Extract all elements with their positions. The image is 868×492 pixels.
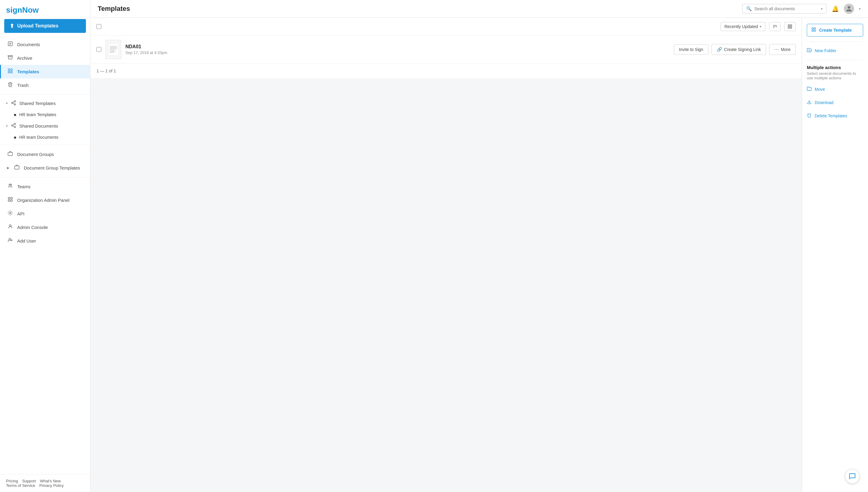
select-all-checkbox[interactable] — [97, 24, 101, 29]
svg-rect-4 — [8, 55, 12, 56]
svg-rect-27 — [11, 200, 12, 201]
sidebar-item-document-group-templates[interactable]: ▶ Document Group Templates — [0, 161, 90, 175]
sidebar-item-teams[interactable]: Teams — [0, 180, 90, 193]
view-toggle-button[interactable] — [784, 22, 796, 31]
move-button[interactable]: Move — [807, 85, 863, 94]
svg-point-10 — [14, 101, 16, 102]
hr-team-templates-label: HR team Templates — [19, 112, 56, 117]
search-icon: 🔍 — [746, 6, 752, 11]
org-admin-icon — [7, 197, 14, 204]
sidebar: signNow ⬆ Upload Templates Documents Arc… — [0, 0, 91, 492]
search-input[interactable] — [754, 6, 819, 11]
new-folder-icon — [807, 48, 812, 54]
pricing-link[interactable]: Pricing — [6, 479, 18, 483]
sidebar-item-archive[interactable]: Archive — [0, 51, 90, 65]
svg-rect-8 — [8, 72, 10, 73]
link-icon: 🔗 — [717, 47, 722, 52]
list-toolbar: Recently Updated ▾ — [91, 18, 802, 35]
sidebar-item-api[interactable]: API — [0, 207, 90, 221]
create-template-button[interactable]: Create Template — [807, 24, 863, 36]
notification-bell-icon[interactable]: 🔔 — [832, 5, 839, 13]
sort-button[interactable]: Recently Updated ▾ — [720, 22, 765, 31]
more-dots-icon: ··· — [774, 47, 779, 52]
sidebar-item-org-admin[interactable]: Organization Admin Panel — [0, 193, 90, 207]
shared-templates-icon — [11, 100, 16, 106]
pagination-text: 1 — 1 of 1 — [97, 69, 116, 73]
svg-point-15 — [14, 123, 16, 125]
shared-documents-icon — [11, 123, 16, 129]
org-admin-label: Organization Admin Panel — [17, 198, 69, 203]
privacy-link[interactable]: Privacy Policy — [39, 483, 63, 488]
brand-name: signNow — [6, 5, 39, 15]
svg-rect-48 — [812, 30, 813, 31]
download-icon — [807, 100, 812, 105]
more-label: More — [781, 47, 791, 52]
sidebar-item-documents[interactable]: Documents — [0, 38, 90, 51]
search-box[interactable]: 🔍 ▾ — [742, 4, 827, 14]
download-button[interactable]: Download — [807, 98, 863, 107]
shared-documents-chevron: ▾ — [6, 124, 8, 128]
svg-rect-25 — [11, 197, 12, 199]
main-content: Templates 🔍 ▾ 🔔 ▾ Recently Updated — [91, 0, 868, 492]
multiple-actions-title: Multiple actions — [807, 65, 863, 70]
document-list: Recently Updated ▾ — [91, 18, 802, 492]
api-label: API — [17, 211, 24, 216]
table-row: NDA01 Sep 17, 2019 at 4:33pm Invite to S… — [91, 35, 802, 64]
documents-label: Documents — [17, 42, 40, 47]
svg-line-14 — [12, 102, 14, 103]
svg-rect-9 — [11, 72, 12, 73]
trash-label: Trash — [17, 83, 29, 88]
sidebar-item-templates[interactable]: Templates — [0, 65, 90, 78]
create-template-icon — [811, 27, 816, 33]
upload-templates-button[interactable]: ⬆ Upload Templates — [4, 19, 86, 33]
more-button[interactable]: ··· More — [769, 44, 796, 55]
upload-icon: ⬆ — [10, 23, 14, 29]
avatar-dropdown-arrow[interactable]: ▾ — [859, 7, 861, 11]
terms-link[interactable]: Terms of Service — [6, 483, 35, 488]
svg-rect-6 — [8, 69, 10, 70]
invite-to-sign-button[interactable]: Invite to Sign — [674, 44, 709, 55]
content-area: Recently Updated ▾ — [91, 18, 868, 492]
topbar: Templates 🔍 ▾ 🔔 ▾ — [91, 0, 868, 18]
hr-team-documents-item[interactable]: ■ HR team Documents — [0, 132, 90, 142]
shared-documents-section[interactable]: ▾ Shared Documents — [0, 120, 90, 132]
support-link[interactable]: Support — [22, 479, 36, 483]
svg-rect-20 — [8, 152, 12, 156]
sidebar-nav: Documents Archive Templates Trash ▾ — [0, 38, 90, 474]
svg-point-29 — [9, 225, 11, 226]
sort-order-button[interactable] — [769, 22, 781, 31]
svg-line-13 — [12, 103, 14, 104]
svg-rect-38 — [108, 43, 119, 56]
create-signing-link-button[interactable]: 🔗 Create Signing Link — [712, 44, 766, 55]
chat-fab-button[interactable] — [845, 469, 860, 484]
svg-rect-21 — [15, 166, 19, 169]
right-panel: Create Template New Folder Multiple acti… — [802, 18, 868, 492]
upload-templates-label: Upload Templates — [17, 23, 58, 29]
whats-new-link[interactable]: What's New — [40, 479, 61, 483]
page-title: Templates — [98, 5, 130, 13]
svg-rect-24 — [8, 197, 10, 199]
templates-label: Templates — [17, 69, 39, 74]
search-dropdown-arrow[interactable]: ▾ — [821, 7, 823, 11]
trash-icon — [7, 82, 14, 89]
shared-templates-section[interactable]: ▾ Shared Templates — [0, 97, 90, 109]
document-group-templates-label: Document Group Templates — [24, 165, 80, 170]
hr-team-templates-item[interactable]: ■ HR team Templates — [0, 109, 90, 120]
doc-thumbnail — [105, 40, 121, 59]
delete-templates-button[interactable]: Delete Templates — [807, 112, 863, 120]
sidebar-item-trash[interactable]: Trash — [0, 78, 90, 92]
svg-rect-49 — [814, 30, 816, 31]
sidebar-item-add-user[interactable]: Add User — [0, 234, 90, 248]
sidebar-item-admin-console[interactable]: Admin Console — [0, 221, 90, 234]
multiple-actions-desc: Select several documents to use multiple… — [807, 71, 863, 80]
doc-checkbox[interactable] — [97, 47, 101, 52]
new-folder-button[interactable]: New Folder — [807, 46, 863, 55]
svg-rect-36 — [788, 27, 790, 28]
sidebar-item-document-groups[interactable]: Document Groups — [0, 148, 90, 161]
sort-label: Recently Updated — [724, 24, 758, 29]
topbar-right: 🔍 ▾ 🔔 ▾ — [742, 4, 861, 14]
brand-logo: signNow — [0, 0, 90, 19]
user-avatar[interactable] — [844, 4, 854, 14]
doc-name: NDA01 — [125, 44, 670, 49]
svg-point-17 — [14, 126, 16, 128]
